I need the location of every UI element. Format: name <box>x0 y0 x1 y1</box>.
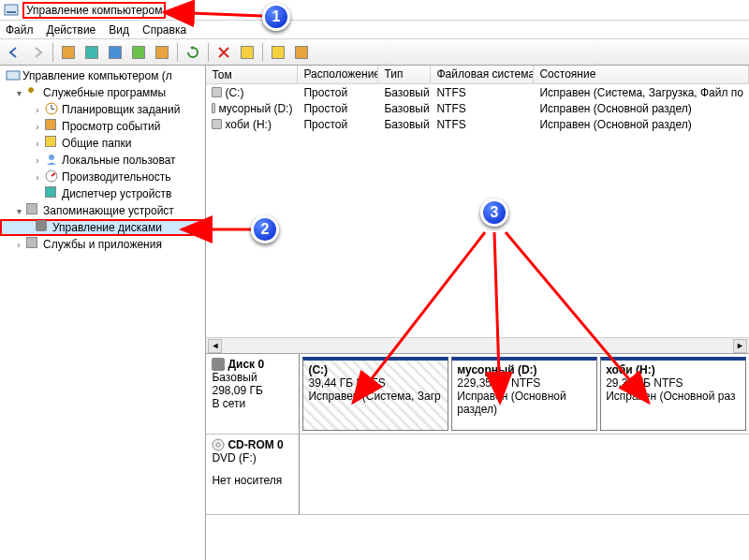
tree-item-users[interactable]: ›Локальные пользоват <box>0 152 205 169</box>
services-icon <box>26 237 41 252</box>
volume-row[interactable]: (C:)ПростойБазовыйNTFSИсправен (Система,… <box>206 84 749 100</box>
volume-row[interactable]: хоби (H:)ПростойБазовыйNTFSИсправен (Осн… <box>206 116 749 132</box>
disk-icon <box>212 358 225 371</box>
disk-icon <box>36 220 51 235</box>
app-icon <box>4 3 19 18</box>
tree-group-services[interactable]: › Службы и приложения <box>0 236 205 253</box>
toolbar-btn-2[interactable] <box>81 42 102 63</box>
collapse-icon[interactable]: ▾ <box>13 206 24 216</box>
tree-group-system-tools[interactable]: ▾ Служебные программы <box>0 84 205 101</box>
disk-row-0[interactable]: Диск 0 Базовый 298,09 ГБ В сети (C:)39,4… <box>206 354 749 435</box>
content-pane: Том Расположение Тип Файловая система Со… <box>206 66 749 560</box>
computer-icon <box>6 68 21 83</box>
menu-file[interactable]: Файл <box>6 23 34 37</box>
volume-icon <box>212 103 215 113</box>
event-icon <box>45 119 60 134</box>
tree-item-devmgr[interactable]: Диспетчер устройств <box>0 185 205 202</box>
svg-point-4 <box>49 155 54 160</box>
disk-row-cdrom[interactable]: CD-ROM 0 DVD (F:) Нет носителя <box>206 435 749 515</box>
menu-help[interactable]: Справка <box>142 23 186 37</box>
horizontal-scrollbar[interactable]: ◄ ► <box>206 337 749 353</box>
menu-view[interactable]: Вид <box>109 23 129 37</box>
tree-item-disk-management[interactable]: Управление дисками <box>0 219 205 236</box>
toolbar-btn-5[interactable] <box>152 42 172 63</box>
back-button[interactable] <box>4 42 24 63</box>
toolbar-btn-7[interactable] <box>268 42 288 63</box>
annotation-callout-3: 3 <box>480 199 508 227</box>
col-layout[interactable]: Расположение <box>298 66 378 83</box>
disk-map: Диск 0 Базовый 298,09 ГБ В сети (C:)39,4… <box>206 353 749 560</box>
menu-action[interactable]: Действие <box>47 23 96 37</box>
disk-0-label: Диск 0 Базовый 298,09 ГБ В сети <box>206 354 300 434</box>
delete-button[interactable] <box>213 42 234 63</box>
svg-rect-1 <box>7 11 16 13</box>
col-volume[interactable]: Том <box>206 66 298 83</box>
partition[interactable]: мусорный (D:)229,35 ГБ NTFSИсправен (Осн… <box>451 357 597 431</box>
annotation-callout-1: 1 <box>262 3 290 31</box>
menu-bar: Файл Действие Вид Справка <box>0 21 749 39</box>
tree-item-events[interactable]: ›Просмотр событий <box>0 118 205 135</box>
device-icon <box>45 186 60 201</box>
tree-group-storage[interactable]: ▾ Запоминающие устройст <box>0 202 205 219</box>
volume-icon <box>212 119 222 129</box>
folder-icon <box>45 136 60 151</box>
volume-list[interactable]: (C:)ПростойБазовыйNTFSИсправен (Система,… <box>206 84 749 132</box>
title-bar: Управление компьютером <box>0 0 749 21</box>
scroll-left-icon[interactable]: ◄ <box>208 339 222 353</box>
clock-icon <box>45 102 60 117</box>
volume-icon <box>212 87 222 97</box>
tree-item-perf[interactable]: ›Производительность <box>0 169 205 185</box>
refresh-button[interactable] <box>183 42 203 63</box>
col-type[interactable]: Тип <box>378 66 431 83</box>
col-status[interactable]: Состояние <box>534 66 749 83</box>
toolbar <box>0 39 749 66</box>
navigation-tree[interactable]: Управление компьютером (л ▾ Служебные пр… <box>0 66 206 560</box>
cd-icon <box>212 438 225 451</box>
partition[interactable]: (C:)39,44 ГБ NTFSИсправен (Система, Загр <box>302 357 448 431</box>
tree-item-scheduler[interactable]: ›Планировщик заданий <box>0 101 205 118</box>
tree-root[interactable]: Управление компьютером (л <box>0 67 205 84</box>
perf-icon <box>45 169 60 184</box>
scroll-right-icon[interactable]: ► <box>733 339 747 353</box>
partition[interactable]: хоби (H:)29,30 ГБ NTFSИсправен (Основной… <box>600 357 746 431</box>
window-title: Управление компьютером <box>22 2 166 19</box>
collapse-icon[interactable]: ▾ <box>13 88 24 98</box>
toolbar-btn-6[interactable] <box>237 42 257 63</box>
volume-row[interactable]: мусорный (D:)ПростойБазовыйNTFSИсправен … <box>206 100 749 116</box>
wrench-icon <box>26 85 41 100</box>
svg-rect-2 <box>7 71 20 80</box>
forward-button[interactable] <box>27 42 48 63</box>
toolbar-btn-3[interactable] <box>105 42 125 63</box>
storage-icon <box>26 203 41 218</box>
annotation-callout-2: 2 <box>251 215 279 243</box>
svg-rect-0 <box>5 5 18 15</box>
toolbar-btn-8[interactable] <box>291 42 312 63</box>
col-filesystem[interactable]: Файловая система <box>431 66 534 83</box>
volume-list-header: Том Расположение Тип Файловая система Со… <box>206 66 749 84</box>
tree-item-shared[interactable]: ›Общие папки <box>0 135 205 152</box>
svg-point-7 <box>216 443 220 447</box>
cdrom-label: CD-ROM 0 DVD (F:) Нет носителя <box>206 435 300 514</box>
toolbar-btn-1[interactable] <box>58 42 79 63</box>
toolbar-btn-4[interactable] <box>128 42 149 63</box>
users-icon <box>45 153 60 168</box>
